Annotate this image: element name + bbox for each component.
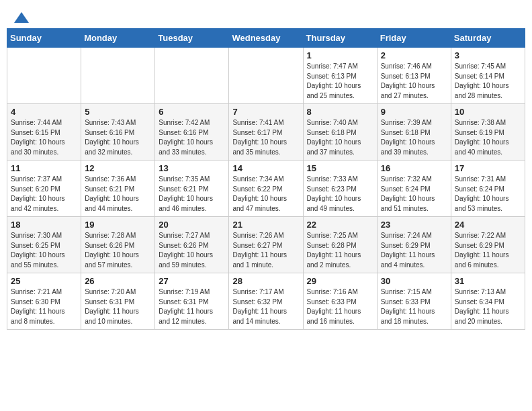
day-cell: 22Sunrise: 7:25 AM Sunset: 6:28 PM Dayli… — [303, 217, 377, 273]
day-cell: 30Sunrise: 7:15 AM Sunset: 6:33 PM Dayli… — [377, 273, 451, 330]
col-header-sunday: Sunday — [7, 29, 81, 48]
day-cell: 14Sunrise: 7:34 AM Sunset: 6:22 PM Dayli… — [229, 161, 303, 217]
day-info: Sunrise: 7:33 AM Sunset: 6:23 PM Dayligh… — [307, 175, 373, 214]
day-number: 10 — [455, 107, 521, 117]
day-info: Sunrise: 7:39 AM Sunset: 6:18 PM Dayligh… — [381, 118, 447, 157]
day-cell: 2Sunrise: 7:46 AM Sunset: 6:13 PM Daylig… — [377, 48, 451, 104]
day-info: Sunrise: 7:16 AM Sunset: 6:33 PM Dayligh… — [307, 287, 373, 326]
day-number: 16 — [381, 163, 447, 173]
day-cell: 25Sunrise: 7:21 AM Sunset: 6:30 PM Dayli… — [7, 273, 81, 330]
week-row-2: 4Sunrise: 7:44 AM Sunset: 6:15 PM Daylig… — [7, 104, 525, 161]
logo-icon — [14, 11, 29, 26]
day-number: 13 — [159, 163, 225, 173]
day-cell: 16Sunrise: 7:32 AM Sunset: 6:24 PM Dayli… — [377, 161, 451, 217]
day-number: 7 — [232, 107, 299, 117]
col-header-wednesday: Wednesday — [229, 29, 303, 48]
logo — [13, 11, 30, 23]
day-number: 14 — [232, 163, 299, 173]
day-cell: 5Sunrise: 7:43 AM Sunset: 6:16 PM Daylig… — [81, 104, 155, 161]
day-number: 19 — [85, 220, 151, 230]
day-cell: 21Sunrise: 7:26 AM Sunset: 6:27 PM Dayli… — [229, 217, 303, 273]
week-row-1: 1Sunrise: 7:47 AM Sunset: 6:13 PM Daylig… — [7, 48, 525, 104]
day-info: Sunrise: 7:22 AM Sunset: 6:29 PM Dayligh… — [455, 231, 521, 270]
day-number: 2 — [381, 50, 447, 60]
day-info: Sunrise: 7:26 AM Sunset: 6:27 PM Dayligh… — [232, 231, 299, 270]
day-cell: 15Sunrise: 7:33 AM Sunset: 6:23 PM Dayli… — [303, 161, 377, 217]
day-cell: 9Sunrise: 7:39 AM Sunset: 6:18 PM Daylig… — [377, 104, 451, 161]
day-cell: 31Sunrise: 7:13 AM Sunset: 6:34 PM Dayli… — [451, 273, 525, 330]
day-info: Sunrise: 7:20 AM Sunset: 6:31 PM Dayligh… — [85, 287, 151, 326]
col-header-monday: Monday — [81, 29, 155, 48]
day-number: 15 — [307, 163, 373, 173]
day-cell: 17Sunrise: 7:31 AM Sunset: 6:24 PM Dayli… — [451, 161, 525, 217]
day-cell — [229, 48, 303, 104]
day-number: 12 — [85, 163, 151, 173]
day-cell: 23Sunrise: 7:24 AM Sunset: 6:29 PM Dayli… — [377, 217, 451, 273]
day-info: Sunrise: 7:45 AM Sunset: 6:14 PM Dayligh… — [455, 62, 521, 101]
day-info: Sunrise: 7:21 AM Sunset: 6:30 PM Dayligh… — [11, 287, 77, 326]
day-info: Sunrise: 7:24 AM Sunset: 6:29 PM Dayligh… — [381, 231, 447, 270]
day-number: 20 — [159, 220, 225, 230]
day-number: 3 — [455, 50, 521, 60]
day-number: 25 — [11, 276, 77, 286]
day-info: Sunrise: 7:38 AM Sunset: 6:19 PM Dayligh… — [455, 118, 521, 157]
day-cell: 26Sunrise: 7:20 AM Sunset: 6:31 PM Dayli… — [81, 273, 155, 330]
day-cell: 8Sunrise: 7:40 AM Sunset: 6:18 PM Daylig… — [303, 104, 377, 161]
day-cell: 1Sunrise: 7:47 AM Sunset: 6:13 PM Daylig… — [303, 48, 377, 104]
day-number: 29 — [307, 276, 373, 286]
day-info: Sunrise: 7:34 AM Sunset: 6:22 PM Dayligh… — [232, 175, 299, 214]
day-info: Sunrise: 7:47 AM Sunset: 6:13 PM Dayligh… — [307, 62, 373, 101]
day-cell — [155, 48, 229, 104]
day-info: Sunrise: 7:30 AM Sunset: 6:25 PM Dayligh… — [11, 231, 77, 270]
calendar-header: SundayMondayTuesdayWednesdayThursdayFrid… — [7, 29, 525, 48]
svg-marker-0 — [14, 12, 29, 23]
day-cell: 6Sunrise: 7:42 AM Sunset: 6:16 PM Daylig… — [155, 104, 229, 161]
day-info: Sunrise: 7:17 AM Sunset: 6:32 PM Dayligh… — [232, 287, 299, 326]
col-header-saturday: Saturday — [451, 29, 525, 48]
day-info: Sunrise: 7:28 AM Sunset: 6:26 PM Dayligh… — [85, 231, 151, 270]
day-number: 26 — [85, 276, 151, 286]
col-header-tuesday: Tuesday — [155, 29, 229, 48]
day-info: Sunrise: 7:31 AM Sunset: 6:24 PM Dayligh… — [455, 175, 521, 214]
col-header-friday: Friday — [377, 29, 451, 48]
day-info: Sunrise: 7:27 AM Sunset: 6:26 PM Dayligh… — [159, 231, 225, 270]
day-info: Sunrise: 7:44 AM Sunset: 6:15 PM Dayligh… — [11, 118, 77, 157]
week-row-3: 11Sunrise: 7:37 AM Sunset: 6:20 PM Dayli… — [7, 161, 525, 217]
day-cell: 11Sunrise: 7:37 AM Sunset: 6:20 PM Dayli… — [7, 161, 81, 217]
day-number: 1 — [307, 50, 373, 60]
day-info: Sunrise: 7:43 AM Sunset: 6:16 PM Dayligh… — [85, 118, 151, 157]
day-cell: 7Sunrise: 7:41 AM Sunset: 6:17 PM Daylig… — [229, 104, 303, 161]
header-row: SundayMondayTuesdayWednesdayThursdayFrid… — [7, 29, 525, 48]
col-header-thursday: Thursday — [303, 29, 377, 48]
day-info: Sunrise: 7:15 AM Sunset: 6:33 PM Dayligh… — [381, 287, 447, 326]
day-info: Sunrise: 7:46 AM Sunset: 6:13 PM Dayligh… — [381, 62, 447, 101]
day-cell: 13Sunrise: 7:35 AM Sunset: 6:21 PM Dayli… — [155, 161, 229, 217]
day-info: Sunrise: 7:19 AM Sunset: 6:31 PM Dayligh… — [159, 287, 225, 326]
day-number: 28 — [232, 276, 299, 286]
day-number: 4 — [11, 107, 77, 117]
day-number: 30 — [381, 276, 447, 286]
day-number: 5 — [85, 107, 151, 117]
day-number: 11 — [11, 163, 77, 173]
day-cell — [81, 48, 155, 104]
calendar-body: 1Sunrise: 7:47 AM Sunset: 6:13 PM Daylig… — [7, 48, 525, 330]
day-info: Sunrise: 7:35 AM Sunset: 6:21 PM Dayligh… — [159, 175, 225, 214]
week-row-4: 18Sunrise: 7:30 AM Sunset: 6:25 PM Dayli… — [7, 217, 525, 273]
page-header — [0, 0, 532, 28]
day-info: Sunrise: 7:32 AM Sunset: 6:24 PM Dayligh… — [381, 175, 447, 214]
day-cell: 10Sunrise: 7:38 AM Sunset: 6:19 PM Dayli… — [451, 104, 525, 161]
day-number: 6 — [159, 107, 225, 117]
day-number: 24 — [455, 220, 521, 230]
day-cell: 12Sunrise: 7:36 AM Sunset: 6:21 PM Dayli… — [81, 161, 155, 217]
day-number: 21 — [232, 220, 299, 230]
day-info: Sunrise: 7:41 AM Sunset: 6:17 PM Dayligh… — [232, 118, 299, 157]
day-info: Sunrise: 7:40 AM Sunset: 6:18 PM Dayligh… — [307, 118, 373, 157]
day-info: Sunrise: 7:36 AM Sunset: 6:21 PM Dayligh… — [85, 175, 151, 214]
day-number: 23 — [381, 220, 447, 230]
day-number: 17 — [455, 163, 521, 173]
day-cell — [7, 48, 81, 104]
day-cell: 19Sunrise: 7:28 AM Sunset: 6:26 PM Dayli… — [81, 217, 155, 273]
day-cell: 20Sunrise: 7:27 AM Sunset: 6:26 PM Dayli… — [155, 217, 229, 273]
day-info: Sunrise: 7:42 AM Sunset: 6:16 PM Dayligh… — [159, 118, 225, 157]
day-info: Sunrise: 7:25 AM Sunset: 6:28 PM Dayligh… — [307, 231, 373, 270]
